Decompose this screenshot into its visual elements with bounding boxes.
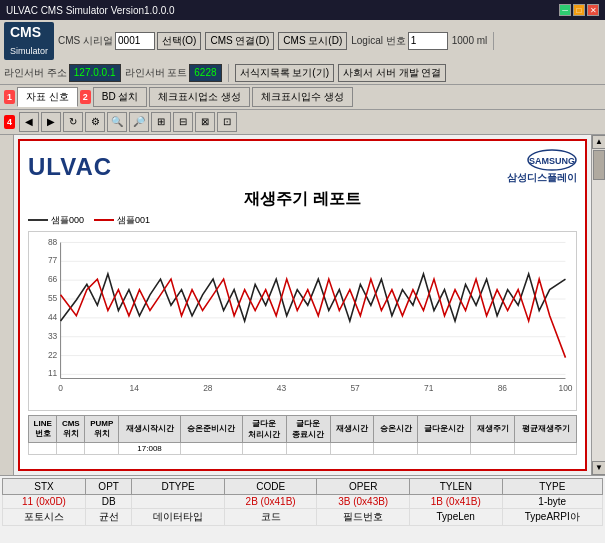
scroll-down-button[interactable]: ▼ bbox=[592, 461, 605, 475]
btd-stx-0: 11 (0x0D) bbox=[3, 494, 86, 508]
port-group: 라인서버 포트 6228 bbox=[125, 64, 222, 82]
logical-input[interactable] bbox=[408, 32, 448, 50]
tab-1[interactable]: 자표 신호 bbox=[17, 87, 78, 107]
scroll-track bbox=[592, 149, 605, 461]
cms-conn-button[interactable]: CMS 연결(D) bbox=[205, 32, 274, 50]
cell-start: 17:008 bbox=[119, 442, 181, 454]
btd-type-0: 1-byte bbox=[502, 494, 602, 508]
top-toolbar: CMSSimulator CMS 시리얼 선택(O) CMS 연결(D) CMS… bbox=[0, 20, 605, 85]
tab-2[interactable]: BD 설치 bbox=[93, 87, 148, 107]
bottom-row-1: 포토시스 균선 데이터타입 코드 필드번호 TypeLen TypeARPI아 bbox=[3, 508, 603, 525]
separator-2 bbox=[228, 64, 229, 82]
svg-text:66: 66 bbox=[48, 274, 58, 284]
close-button[interactable]: ✕ bbox=[587, 4, 599, 16]
bth-stx: STX bbox=[3, 478, 86, 494]
btd-stx-1: 포토시스 bbox=[3, 508, 86, 525]
btd-tylen-1: TypeLen bbox=[409, 508, 502, 525]
select-button[interactable]: 선택(O) bbox=[157, 32, 201, 50]
svg-text:77: 77 bbox=[48, 255, 58, 265]
svg-text:100: 100 bbox=[558, 383, 572, 393]
col-heat: 승온시간 bbox=[374, 415, 418, 442]
svg-text:71: 71 bbox=[424, 383, 434, 393]
svg-text:22: 22 bbox=[48, 349, 58, 359]
svg-text:86: 86 bbox=[498, 383, 508, 393]
tool-settings[interactable]: ⚙ bbox=[85, 112, 105, 132]
svg-text:57: 57 bbox=[350, 383, 360, 393]
badge-2: 2 bbox=[80, 90, 91, 104]
tool-zoom-out[interactable]: 🔎 bbox=[129, 112, 149, 132]
samsung-icon: SAMSUNG bbox=[527, 149, 577, 171]
col-line: LINE번호 bbox=[29, 415, 57, 442]
tool-grid-3[interactable]: ⊠ bbox=[195, 112, 215, 132]
btd-type-1: TypeARPI아 bbox=[502, 508, 602, 525]
svg-text:88: 88 bbox=[48, 236, 58, 246]
cell-pump bbox=[85, 442, 119, 454]
tool-back[interactable]: ◀ bbox=[19, 112, 39, 132]
cms-logo: CMSSimulator bbox=[4, 22, 54, 60]
app-title: ULVAC CMS Simulator Version1.0.0.0 bbox=[6, 5, 175, 16]
svg-text:0: 0 bbox=[58, 383, 63, 393]
btd-oper-1: 필드번호 bbox=[317, 508, 410, 525]
logical-group: Logical 번호 bbox=[351, 32, 447, 50]
title-bar: ULVAC CMS Simulator Version1.0.0.0 ─ □ ✕ bbox=[0, 0, 605, 20]
col-regen: 재생시간 bbox=[330, 415, 374, 442]
legend-item-0: 샘플000 bbox=[28, 214, 84, 227]
chart-area: 88 77 66 55 44 33 22 11 bbox=[28, 231, 577, 411]
cell-cd2 bbox=[286, 442, 330, 454]
tab-4[interactable]: 체크표시입수 생성 bbox=[252, 87, 353, 107]
server-conn-button[interactable]: 사회서 서버 개발 연결 bbox=[338, 64, 446, 82]
chart-legend: 샘플000 샘플001 bbox=[28, 214, 577, 227]
svg-text:55: 55 bbox=[48, 293, 58, 303]
bottom-row-0: 11 (0x0D) DB 2B (0x41B) 3B (0x43B) 1B (0… bbox=[3, 494, 603, 508]
btd-tylen-0: 1B (0x41B) bbox=[409, 494, 502, 508]
tool-forward[interactable]: ▶ bbox=[41, 112, 61, 132]
minimize-button[interactable]: ─ bbox=[559, 4, 571, 16]
maximize-button[interactable]: □ bbox=[573, 4, 585, 16]
svg-text:44: 44 bbox=[48, 312, 58, 322]
port-label: 라인서버 포트 bbox=[125, 66, 188, 80]
col-start: 재생시작시간 bbox=[119, 415, 181, 442]
tool-grid-1[interactable]: ⊞ bbox=[151, 112, 171, 132]
cell-cms bbox=[57, 442, 85, 454]
btd-opt-0: DB bbox=[85, 494, 131, 508]
bottom-table: STX OPT DTYPE CODE OPER TYLEN TYPE 11 (0… bbox=[2, 478, 603, 526]
svg-text:28: 28 bbox=[203, 383, 213, 393]
samsung-logo: SAMSUNG 삼성디스플레이 bbox=[507, 149, 577, 185]
report-header: ULVAC SAMSUNG 삼성디스플레이 bbox=[28, 149, 577, 185]
toolbar-row-2: 4 ◀ ▶ ↻ ⚙ 🔍 🔎 ⊞ ⊟ ⊠ ⊡ bbox=[0, 110, 605, 135]
logical-label: Logical 번호 bbox=[351, 34, 405, 48]
legend-line-red bbox=[94, 219, 114, 221]
bth-oper: OPER bbox=[317, 478, 410, 494]
bottom-area: STX OPT DTYPE CODE OPER TYLEN TYPE 11 (0… bbox=[0, 475, 605, 543]
samsung-display-label: 삼성디스플레이 bbox=[507, 171, 577, 185]
server-view-button[interactable]: 서식지목록 보기(기) bbox=[235, 64, 334, 82]
svg-text:14: 14 bbox=[130, 383, 140, 393]
separator-1 bbox=[493, 32, 494, 50]
btd-code-0: 2B (0x41B) bbox=[224, 494, 317, 508]
ip-label: 라인서버 주소 bbox=[4, 66, 67, 80]
legend-label-0: 샘플000 bbox=[51, 214, 84, 227]
cell-line bbox=[29, 442, 57, 454]
cms-serial-input[interactable] bbox=[115, 32, 155, 50]
line-chart: 88 77 66 55 44 33 22 11 bbox=[29, 232, 576, 410]
tab-row: 1 자표 신호 2 BD 설치 체크표시업소 생성 체크표시입수 생성 bbox=[0, 85, 605, 110]
tool-grid-4[interactable]: ⊡ bbox=[217, 112, 237, 132]
legend-label-1: 샘플001 bbox=[117, 214, 150, 227]
col-cooldown2: 글다운종료시간 bbox=[286, 415, 330, 442]
right-scrollbar: ▲ ▼ bbox=[591, 135, 605, 475]
cell-heat bbox=[374, 442, 418, 454]
cms-serial-group: CMS 시리얼 선택(O) bbox=[58, 32, 201, 50]
bth-dtype: DTYPE bbox=[132, 478, 225, 494]
tool-grid-2[interactable]: ⊟ bbox=[173, 112, 193, 132]
tool-refresh[interactable]: ↻ bbox=[63, 112, 83, 132]
left-panel bbox=[0, 135, 14, 475]
col-cooldown1: 글다운처리시간 bbox=[242, 415, 286, 442]
main-area: ULVAC SAMSUNG 삼성디스플레이 재생주기 레포트 샘플000 bbox=[0, 135, 605, 475]
ip-group: 라인서버 주소 127.0.0.1 bbox=[4, 64, 121, 82]
tab-3[interactable]: 체크표시업소 생성 bbox=[149, 87, 250, 107]
scroll-up-button[interactable]: ▲ bbox=[592, 135, 605, 149]
scroll-thumb[interactable] bbox=[593, 150, 605, 180]
cms-mon-button[interactable]: CMS 모시(D) bbox=[278, 32, 347, 50]
tool-zoom-in[interactable]: 🔍 bbox=[107, 112, 127, 132]
table-row: 17:008 bbox=[29, 442, 577, 454]
